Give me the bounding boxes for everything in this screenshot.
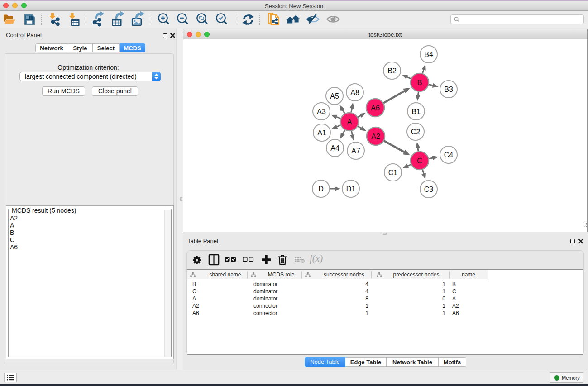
svg-text:A8: A8 — [350, 89, 359, 96]
svg-text:D1: D1 — [346, 185, 356, 193]
svg-text:A4: A4 — [330, 144, 339, 152]
svg-text:B3: B3 — [444, 86, 453, 93]
svg-text:A2: A2 — [371, 133, 380, 140]
svg-text:A: A — [347, 118, 352, 126]
svg-text:A1: A1 — [317, 129, 326, 137]
svg-text:C2: C2 — [411, 128, 421, 136]
svg-text:C1: C1 — [388, 169, 398, 176]
svg-text:B4: B4 — [424, 51, 433, 58]
svg-text:B1: B1 — [411, 108, 421, 115]
svg-text:A6: A6 — [371, 104, 380, 112]
svg-text:A7: A7 — [351, 147, 360, 155]
svg-text:B2: B2 — [387, 67, 397, 75]
svg-text:B: B — [417, 79, 422, 86]
svg-text:C3: C3 — [424, 186, 434, 193]
svg-text:A5: A5 — [330, 92, 339, 100]
svg-text:A3: A3 — [317, 108, 326, 115]
svg-text:C: C — [417, 157, 422, 165]
svg-text:C4: C4 — [444, 151, 454, 159]
svg-text:D: D — [318, 185, 324, 193]
